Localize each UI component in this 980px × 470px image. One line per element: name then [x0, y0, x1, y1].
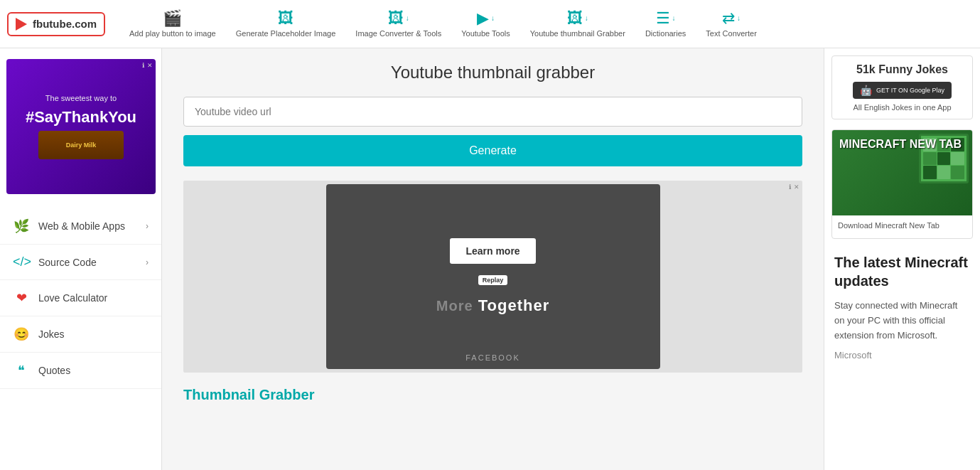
replay-row: Replay	[478, 275, 508, 285]
ad-close-icon[interactable]: ✕	[147, 62, 153, 69]
sidebar-item-quotes[interactable]: ❝ Quotes	[0, 353, 161, 389]
nav-item-dictionaries[interactable]: ☰↓Dictionaries	[635, 5, 696, 43]
nav-label-placeholder: Generate Placeholder Image	[236, 29, 336, 38]
sidebar-item-jokes[interactable]: 😊 Jokes	[0, 316, 161, 353]
sidebar-item-web-mobile[interactable]: 🌿 Web & Mobile Apps ›	[0, 208, 161, 245]
main-ad-controls: ℹ ✕	[789, 183, 799, 191]
nav-arrow-youtube-thumbnail: ↓	[585, 14, 588, 22]
nav-icon-text-converter: ⇄	[722, 11, 735, 26]
header: fbutube.com 🎬Add play button to image🖼Ge…	[0, 0, 980, 48]
right-content-title: The latest Minecraft updates	[834, 253, 970, 290]
nav-arrow-youtube-tools: ↓	[491, 14, 495, 22]
google-play-badge[interactable]: 🤖 GET IT ON Google Play	[853, 82, 952, 99]
sidebar-item-source-code[interactable]: </> Source Code ›	[0, 245, 161, 280]
smile-icon: 😊	[13, 326, 30, 342]
sidebar-source-code-label: Source Code	[38, 257, 137, 268]
nav-icon-row-add-play: 🎬	[163, 11, 182, 26]
nav-icon-image-converter: 🖼	[388, 11, 404, 26]
nav-icon-placeholder: 🖼	[278, 11, 294, 26]
sidebar-quotes-label: Quotes	[38, 365, 149, 376]
minecraft-ad-title: MINECRAFT NEW TAB	[839, 137, 962, 152]
main-ad-container: ℹ ✕ Learn more Replay More Together FACE…	[183, 181, 802, 373]
chevron-right-icon: ›	[146, 221, 149, 231]
layout: ℹ ✕ The sweetest way to #SayThankYou Dai…	[0, 48, 980, 470]
nav-label-add-play: Add play button to image	[129, 29, 216, 38]
main-content: Youtube thumbnail grabber Generate ℹ ✕ L…	[162, 48, 824, 470]
google-play-text: GET IT ON Google Play	[876, 87, 944, 94]
nav-icon-row-youtube-thumbnail: 🖼↓	[567, 11, 588, 26]
ad-corner-controls: ℹ ✕	[142, 62, 153, 69]
together-text: Together	[478, 297, 549, 314]
nav-item-youtube-thumbnail[interactable]: 🖼↓Youtube thumbnail Grabber	[520, 5, 635, 43]
nav-icon-dictionaries: ☰	[656, 11, 670, 26]
minecraft-ad-body: Download Minecraft New Tab	[832, 215, 972, 238]
main-nav: 🎬Add play button to image🖼Generate Place…	[119, 5, 973, 43]
youtube-url-input[interactable]	[183, 97, 802, 127]
jokes-ad-title: 51k Funny Jokes	[839, 63, 965, 76]
nav-icon-row-dictionaries: ☰↓	[656, 11, 676, 26]
left-ad-box[interactable]: ℹ ✕ The sweetest way to #SayThankYou Dai…	[6, 59, 156, 194]
ad-sweet-text: The sweetest way to	[45, 94, 117, 102]
sidebar-jokes-label: Jokes	[38, 329, 149, 340]
sidebar-menu: 🌿 Web & Mobile Apps › </> Source Code › …	[0, 208, 161, 389]
nav-arrow-text-converter: ↓	[737, 14, 741, 22]
jokes-ad-sub: All English Jokes in one App	[839, 103, 965, 112]
nav-icon-row-image-converter: 🖼↓	[388, 11, 409, 26]
learn-more-button[interactable]: Learn more	[450, 238, 535, 264]
nav-icon-row-text-converter: ⇄↓	[722, 11, 741, 26]
ad-info-icon: ℹ	[142, 62, 144, 69]
nav-arrow-dictionaries: ↓	[672, 14, 676, 22]
logo[interactable]: fbutube.com	[7, 12, 105, 36]
sidebar-web-mobile-label: Web & Mobile Apps	[38, 220, 137, 232]
chevron-right-icon-2: ›	[146, 257, 149, 267]
right-ad-minecraft[interactable]: ℹ ✕ MINECRAFT NEW TAB Download	[831, 129, 973, 239]
code-icon: </>	[13, 255, 30, 269]
right-content-source: Microsoft	[834, 348, 970, 363]
right-content-body: Stay connected with Minecraft on your PC…	[834, 299, 970, 343]
nav-item-youtube-tools[interactable]: ▶↓Youtube Tools	[451, 5, 520, 43]
nav-item-image-converter[interactable]: 🖼↓Image Converter & Tools	[345, 5, 451, 43]
nav-label-youtube-tools: Youtube Tools	[461, 29, 510, 38]
ad-hashtag: #SayThankYou	[26, 108, 136, 127]
right-ad-jokes[interactable]: 51k Funny Jokes 🤖 GET IT ON Google Play …	[831, 55, 973, 119]
sidebar-item-love-calculator[interactable]: ❤ Love Calculator	[0, 280, 161, 316]
nav-label-text-converter: Text Converter	[706, 29, 757, 38]
main-ad-more-together: More Together	[436, 297, 549, 315]
nav-item-text-converter[interactable]: ⇄↓Text Converter	[696, 5, 767, 43]
nav-icon-add-play: 🎬	[163, 11, 182, 26]
right-sidebar-content: The latest Minecraft updates Stay connec…	[831, 249, 973, 373]
apps-icon: 🌿	[13, 218, 30, 234]
nav-icon-youtube-thumbnail: 🖼	[567, 11, 583, 26]
nav-icon-youtube-tools: ▶	[477, 11, 489, 26]
ad-bar-text: Dairy Milk	[66, 141, 97, 149]
ad-chocolate-bar: Dairy Milk	[38, 131, 124, 159]
nav-arrow-image-converter: ↓	[406, 14, 409, 22]
facebook-label: FACEBOOK	[465, 353, 520, 362]
more-text: More	[436, 298, 473, 314]
minecraft-ad-image: MINECRAFT NEW TAB	[832, 130, 972, 215]
generate-button[interactable]: Generate	[183, 135, 802, 166]
quote-icon: ❝	[13, 363, 30, 378]
nav-item-add-play[interactable]: 🎬Add play button to image	[119, 5, 226, 43]
ad-close-icon-main[interactable]: ✕	[794, 183, 799, 191]
left-sidebar: ℹ ✕ The sweetest way to #SayThankYou Dai…	[0, 48, 162, 470]
sidebar-love-label: Love Calculator	[38, 292, 149, 304]
thumbnail-grabber-title: Thumbnail Grabber	[183, 387, 802, 403]
nav-label-dictionaries: Dictionaries	[645, 29, 686, 38]
android-icon: 🤖	[860, 85, 872, 96]
main-ad-inner: Learn more Replay More Together FACEBOOK	[326, 184, 660, 369]
minecraft-ad-body-text: Download Minecraft New Tab	[838, 221, 966, 230]
heart-icon: ❤	[13, 290, 30, 306]
right-sidebar: 51k Funny Jokes 🤖 GET IT ON Google Play …	[824, 48, 980, 470]
nav-icon-row-placeholder: 🖼	[278, 11, 294, 26]
ad-info-icon-main: ℹ	[789, 183, 791, 191]
page-title: Youtube thumbnail grabber	[183, 63, 802, 82]
logo-text: fbutube.com	[33, 18, 97, 30]
replay-badge: Replay	[478, 275, 508, 285]
nav-label-image-converter: Image Converter & Tools	[355, 29, 441, 38]
nav-icon-row-youtube-tools: ▶↓	[477, 11, 495, 26]
nav-label-youtube-thumbnail: Youtube thumbnail Grabber	[530, 29, 625, 38]
nav-item-placeholder[interactable]: 🖼Generate Placeholder Image	[226, 5, 346, 43]
logo-play-icon	[16, 18, 27, 31]
